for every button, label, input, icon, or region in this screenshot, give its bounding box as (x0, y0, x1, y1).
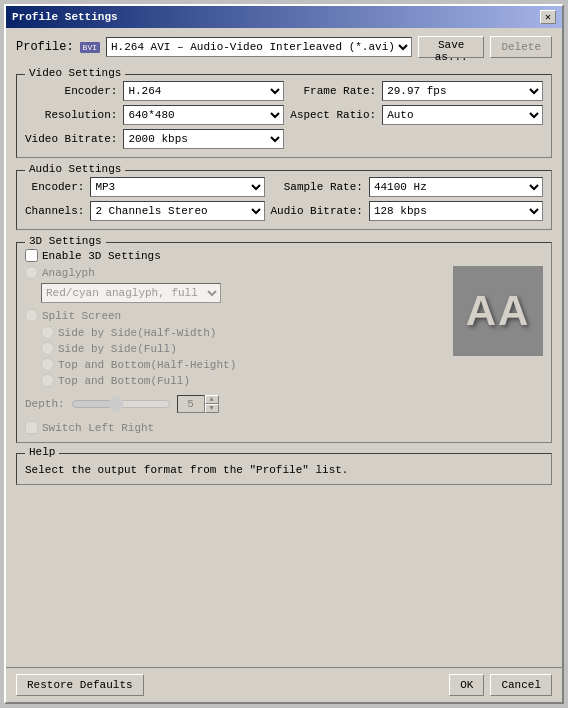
spinbox-up-arrow[interactable]: ▲ (205, 395, 219, 404)
sample-rate-select[interactable]: 44100 Hz (369, 177, 543, 197)
ok-button[interactable]: OK (449, 674, 484, 696)
profile-settings-dialog: Profile Settings ✕ Profile: BVI H.264 AV… (4, 4, 564, 704)
anaglyph-select[interactable]: Red/cyan anaglyph, full color (41, 283, 221, 303)
anaglyph-radio[interactable] (25, 266, 38, 279)
save-as-button[interactable]: Save as... (418, 36, 484, 58)
help-text: Select the output format from the "Profi… (25, 464, 543, 476)
enable-3d-checkbox[interactable] (25, 249, 38, 262)
channels-label: Channels: (25, 205, 84, 217)
switch-left-right-checkbox[interactable] (25, 421, 38, 434)
video-settings-group: Video Settings Encoder: H.264 Frame Rate… (16, 74, 552, 158)
dialog-footer: Restore Defaults OK Cancel (6, 667, 562, 702)
aa-preview: AA (453, 266, 543, 356)
delete-button[interactable]: Delete (490, 36, 552, 58)
video-bitrate-select[interactable]: 2000 kbps (123, 129, 284, 149)
depth-label: Depth: (25, 398, 65, 410)
encoder-label: Encoder: (25, 85, 117, 97)
audio-bitrate-label: Audio Bitrate: (271, 205, 363, 217)
audio-encoder-select[interactable]: MP3 (90, 177, 264, 197)
resolution-select[interactable]: 640*480 (123, 105, 284, 125)
resolution-label: Resolution: (25, 109, 117, 121)
title-bar: Profile Settings ✕ (6, 6, 562, 28)
side-by-side-full-radio[interactable] (41, 342, 54, 355)
channels-select[interactable]: 2 Channels Stereo (90, 201, 264, 221)
depth-spinbox: ▲ ▼ (177, 395, 219, 413)
encoder-select[interactable]: H.264 (123, 81, 284, 101)
side-by-side-half-radio[interactable] (41, 326, 54, 339)
split-screen-options: Side by Side(Half-Width) Side by Side(Fu… (41, 326, 443, 387)
profile-label: Profile: (16, 40, 74, 54)
aspect-ratio-label: Aspect Ratio: (290, 109, 376, 121)
video-settings-grid: Encoder: H.264 Frame Rate: 29.97 fps Res… (25, 81, 543, 149)
profile-select[interactable]: H.264 AVI – Audio-Video Interleaved (*.a… (106, 37, 412, 57)
dialog-title: Profile Settings (12, 11, 118, 23)
cancel-button[interactable]: Cancel (490, 674, 552, 696)
aa-preview-text: AA (466, 287, 531, 335)
three-d-settings-legend: 3D Settings (25, 235, 106, 247)
close-button[interactable]: ✕ (540, 10, 556, 24)
switch-row: Switch Left Right (25, 421, 443, 434)
frame-rate-select[interactable]: 29.97 fps (382, 81, 543, 101)
switch-left-right-label: Switch Left Right (42, 422, 154, 434)
frame-rate-label: Frame Rate: (290, 85, 376, 97)
video-bitrate-label: Video Bitrate: (25, 133, 117, 145)
audio-settings-legend: Audio Settings (25, 163, 125, 175)
spinbox-down-arrow[interactable]: ▼ (205, 404, 219, 413)
footer-right-buttons: OK Cancel (449, 674, 552, 696)
help-section: Help Select the output format from the "… (16, 453, 552, 485)
split-screen-radio[interactable] (25, 309, 38, 322)
dialog-content: Profile: BVI H.264 AVI – Audio-Video Int… (6, 28, 562, 667)
sample-rate-label: Sample Rate: (271, 181, 363, 193)
audio-settings-group: Audio Settings Encoder: MP3 Sample Rate:… (16, 170, 552, 230)
three-d-settings-group: 3D Settings Enable 3D Settings Anaglyph (16, 242, 552, 443)
three-d-content: Anaglyph Red/cyan anaglyph, full color S… (25, 266, 543, 434)
split-screen-radio-label[interactable]: Split Screen (25, 309, 443, 322)
three-d-options: Anaglyph Red/cyan anaglyph, full color S… (25, 266, 443, 434)
audio-bitrate-select[interactable]: 128 kbps (369, 201, 543, 221)
depth-row: Depth: ▲ ▼ (25, 395, 443, 413)
top-bottom-full-radio[interactable] (41, 374, 54, 387)
side-by-side-half-label[interactable]: Side by Side(Half-Width) (41, 326, 443, 339)
top-bottom-half-label[interactable]: Top and Bottom(Half-Height) (41, 358, 443, 371)
audio-settings-grid: Encoder: MP3 Sample Rate: 44100 Hz Chann… (25, 177, 543, 221)
depth-value-input[interactable] (177, 395, 205, 413)
audio-encoder-label: Encoder: (25, 181, 84, 193)
restore-defaults-button[interactable]: Restore Defaults (16, 674, 144, 696)
anaglyph-radio-label[interactable]: Anaglyph (25, 266, 443, 279)
video-settings-legend: Video Settings (25, 67, 125, 79)
help-legend: Help (25, 446, 59, 458)
profile-row: Profile: BVI H.264 AVI – Audio-Video Int… (16, 36, 552, 58)
enable-3d-checkbox-label[interactable]: Enable 3D Settings (25, 249, 543, 262)
depth-slider[interactable] (71, 397, 171, 411)
top-bottom-full-label[interactable]: Top and Bottom(Full) (41, 374, 443, 387)
aspect-ratio-select[interactable]: Auto (382, 105, 543, 125)
side-by-side-full-label[interactable]: Side by Side(Full) (41, 342, 443, 355)
top-bottom-half-radio[interactable] (41, 358, 54, 371)
profile-icon: BVI (80, 42, 100, 53)
spinbox-arrows: ▲ ▼ (205, 395, 219, 413)
